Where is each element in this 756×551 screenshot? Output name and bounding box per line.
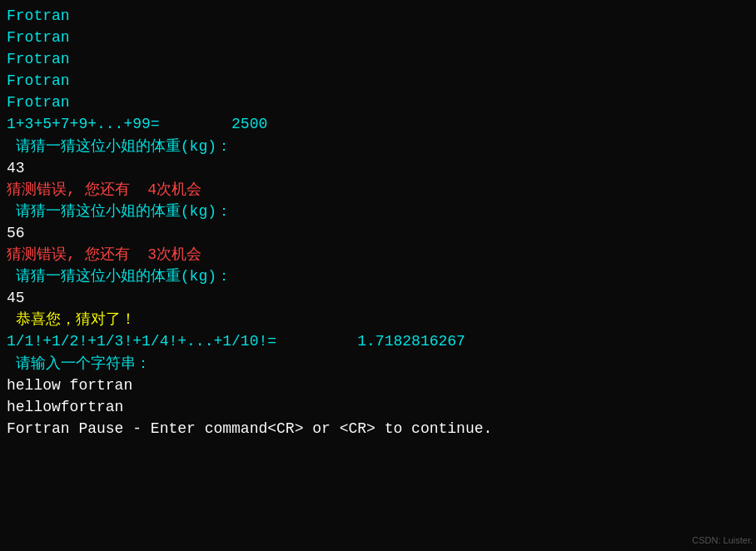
- terminal-line-2: Frotran: [7, 48, 749, 70]
- terminal-line-5: 1+3+5+7+9+...+99= 2500: [7, 113, 749, 135]
- terminal-line-7: 43: [7, 157, 749, 179]
- terminal-line-4: Frotran: [7, 92, 749, 113]
- watermark: CSDN: Luister.: [692, 534, 753, 548]
- terminal-line-17: hellow fortran: [7, 375, 749, 396]
- terminal-line-18: hellowfortran: [7, 396, 749, 418]
- terminal-window: FrotranFrotranFrotranFrotranFrotran1+3+5…: [0, 0, 756, 551]
- terminal-line-15: 1/1!+1/2!+1/3!+1/4!+...+1/10!= 1.7182816…: [7, 330, 749, 352]
- terminal-line-1: Frotran: [7, 27, 749, 48]
- terminal-line-9: 请猜一猜这位小姐的体重(kg)：: [7, 201, 749, 222]
- terminal-line-16: 请输入一个字符串：: [7, 353, 749, 375]
- terminal-line-11: 猜测错误, 您还有 3次机会: [7, 244, 749, 266]
- terminal-line-0: Frotran: [7, 5, 749, 27]
- terminal-line-14: 恭喜您，猜对了！: [7, 309, 749, 330]
- terminal-line-10: 56: [7, 222, 749, 244]
- terminal-line-13: 45: [7, 287, 749, 309]
- terminal-line-12: 请猜一猜这位小姐的体重(kg)：: [7, 266, 749, 287]
- output-lines: FrotranFrotranFrotranFrotranFrotran1+3+5…: [7, 5, 749, 439]
- terminal-line-8: 猜测错误, 您还有 4次机会: [7, 179, 749, 201]
- terminal-line-19: Fortran Pause - Enter command<CR> or <CR…: [7, 418, 749, 439]
- terminal-line-6: 请猜一猜这位小姐的体重(kg)：: [7, 136, 749, 157]
- terminal-line-3: Frotran: [7, 70, 749, 92]
